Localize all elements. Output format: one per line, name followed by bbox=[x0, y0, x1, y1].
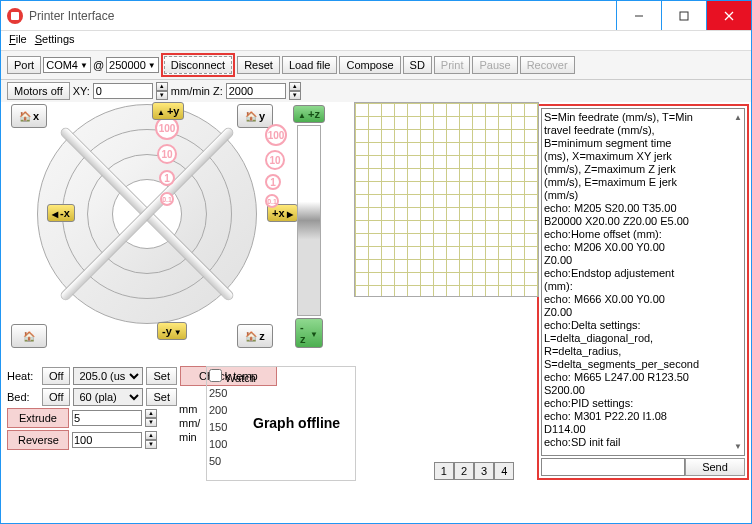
axis-y-label: y bbox=[259, 110, 265, 122]
console-line: echo: M301 P22.20 I1.08 bbox=[544, 410, 742, 423]
mmmin-label2: mm/ min bbox=[179, 416, 200, 444]
graph-offline-text: Graph offline bbox=[253, 415, 340, 431]
loadfile-button[interactable]: Load file bbox=[282, 56, 338, 74]
bed-off-button[interactable]: Off bbox=[42, 388, 70, 406]
home-icon bbox=[245, 330, 257, 342]
scroll-down-icon[interactable]: ▼ bbox=[734, 440, 742, 453]
heat-off-button[interactable]: Off bbox=[42, 367, 70, 385]
print-button[interactable]: Print bbox=[434, 56, 471, 74]
disconnect-highlight: Disconnect bbox=[161, 53, 235, 77]
motors-off-button[interactable]: Motors off bbox=[7, 82, 70, 100]
home-icon bbox=[23, 330, 35, 342]
z-label: Z: bbox=[213, 85, 223, 97]
jog-wheel[interactable]: 100 10 1 0.1 +y -y +x -x bbox=[37, 104, 257, 324]
reset-button[interactable]: Reset bbox=[237, 56, 280, 74]
console-line: (mm/s), Z=maximum Z jerk bbox=[544, 163, 742, 176]
heat-set-button[interactable]: Set bbox=[146, 367, 177, 385]
console-line: (mm/s), E=maximum E jerk bbox=[544, 176, 742, 189]
mmmin-label: mm/min bbox=[171, 85, 210, 97]
baud-combo[interactable]: 250000▼ bbox=[106, 57, 159, 73]
watch-checkbox[interactable] bbox=[209, 369, 222, 382]
console-line: echo:Home offset (mm): bbox=[544, 228, 742, 241]
z-input[interactable] bbox=[226, 83, 286, 99]
xy-input[interactable] bbox=[93, 83, 153, 99]
send-button[interactable]: Send bbox=[685, 458, 745, 476]
command-input[interactable] bbox=[541, 458, 685, 476]
jog-plus-y[interactable]: +y bbox=[152, 102, 184, 120]
jog-minus-y[interactable]: -y bbox=[157, 322, 187, 340]
page-3[interactable]: 3 bbox=[474, 462, 494, 480]
svg-rect-1 bbox=[680, 12, 688, 20]
page-4[interactable]: 4 bbox=[494, 462, 514, 480]
port-button[interactable]: Port bbox=[7, 56, 41, 74]
extrude-length-input[interactable] bbox=[72, 410, 142, 426]
recover-button[interactable]: Recover bbox=[520, 56, 575, 74]
zstep-10[interactable]: 10 bbox=[265, 150, 285, 170]
disconnect-button[interactable]: Disconnect bbox=[164, 56, 232, 74]
axis-z-label: z bbox=[259, 330, 265, 342]
port-value: COM4 bbox=[46, 59, 78, 71]
at-label: @ bbox=[93, 59, 104, 71]
step-01[interactable]: 0.1 bbox=[160, 192, 174, 206]
console-line: D114.00 bbox=[544, 423, 742, 436]
console-line: (mm): bbox=[544, 280, 742, 293]
compose-button[interactable]: Compose bbox=[339, 56, 400, 74]
watch-label: Watch bbox=[225, 372, 256, 384]
zstep-01[interactable]: 0.1 bbox=[265, 194, 279, 208]
zstep-100[interactable]: 100 bbox=[265, 124, 287, 146]
extrude-button[interactable]: Extrude bbox=[7, 408, 69, 428]
heat-label: Heat: bbox=[7, 370, 39, 382]
temp-graph: Watch 25020015010050 Graph offline bbox=[206, 366, 356, 481]
bed-set-button[interactable]: Set bbox=[146, 388, 177, 406]
menu-settings[interactable]: Settings bbox=[35, 33, 75, 48]
console-line: L=delta_diagonal_rod, bbox=[544, 332, 742, 345]
console-line: S200.00 bbox=[544, 384, 742, 397]
console-line: R=delta_radius, bbox=[544, 345, 742, 358]
jog-minus-x[interactable]: -x bbox=[47, 204, 75, 222]
extrude-speed-input[interactable] bbox=[72, 432, 142, 448]
close-button[interactable] bbox=[706, 1, 751, 30]
scroll-up-icon[interactable]: ▲ bbox=[734, 111, 742, 124]
bed-preset-select[interactable]: 60 (pla) bbox=[73, 388, 143, 406]
home-z-button[interactable]: z bbox=[237, 324, 273, 348]
gcode-preview-grid bbox=[354, 102, 539, 297]
extrude-speed-spinner[interactable]: ▲▼ bbox=[145, 431, 157, 449]
xy-label: XY: bbox=[73, 85, 90, 97]
sd-button[interactable]: SD bbox=[403, 56, 432, 74]
reverse-button[interactable]: Reverse bbox=[7, 430, 69, 450]
console-line: (ms), X=maximum XY jerk bbox=[544, 150, 742, 163]
page-1[interactable]: 1 bbox=[434, 462, 454, 480]
extrude-len-spinner[interactable]: ▲▼ bbox=[145, 409, 157, 427]
maximize-button[interactable] bbox=[661, 1, 706, 30]
console-line: echo:PID settings: bbox=[544, 397, 742, 410]
minimize-button[interactable] bbox=[616, 1, 661, 30]
jog-minus-z[interactable]: -z bbox=[295, 318, 323, 348]
heat-preset-select[interactable]: 205.0 (use bbox=[73, 367, 143, 385]
console-line: echo: M205 S20.00 T35.00 bbox=[544, 202, 742, 215]
console-output: ▲ ▼ S=Min feedrate (mm/s), T=Mintravel f… bbox=[541, 108, 745, 456]
console-line: echo:Delta settings: bbox=[544, 319, 742, 332]
console-line: (mm/s) bbox=[544, 189, 742, 202]
z-gradient bbox=[297, 125, 321, 316]
window-title: Printer Interface bbox=[29, 9, 616, 23]
step-1[interactable]: 1 bbox=[159, 170, 175, 186]
zstep-1[interactable]: 1 bbox=[265, 174, 281, 190]
step-10[interactable]: 10 bbox=[157, 144, 177, 164]
baud-value: 250000 bbox=[109, 59, 146, 71]
console-line: S=delta_segments_per_second bbox=[544, 358, 742, 371]
console-line: echo: M666 X0.00 Y0.00 bbox=[544, 293, 742, 306]
jog-plus-z[interactable]: +z bbox=[293, 105, 325, 123]
console-line: travel feedrate (mm/s), bbox=[544, 124, 742, 137]
pause-button[interactable]: Pause bbox=[472, 56, 517, 74]
bed-label: Bed: bbox=[7, 391, 39, 403]
home-all-button[interactable] bbox=[11, 324, 47, 348]
console-line: Z0.00 bbox=[544, 254, 742, 267]
graph-yticks: 25020015010050 bbox=[209, 385, 227, 470]
xy-spinner[interactable]: ▲▼ bbox=[156, 82, 168, 100]
console-line: echo:SD init fail bbox=[544, 436, 742, 449]
menu-file[interactable]: File bbox=[9, 33, 27, 48]
page-2[interactable]: 2 bbox=[454, 462, 474, 480]
console-line: B20000 X20.00 Z20.00 E5.00 bbox=[544, 215, 742, 228]
z-spinner[interactable]: ▲▼ bbox=[289, 82, 301, 100]
port-combo[interactable]: COM4▼ bbox=[43, 57, 91, 73]
